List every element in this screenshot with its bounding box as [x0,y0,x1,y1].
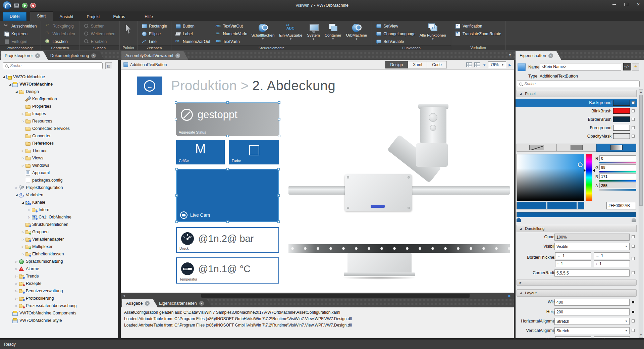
gradient-stops-preview[interactable] [517,202,584,209]
ein-ausgabe-dropdown[interactable]: Ein-/Ausgabe▼ [277,22,305,45]
view-design-button[interactable]: Design [385,61,408,68]
tab-dokumentgliederung[interactable]: Dokumentgliederung✕ [46,51,104,60]
tree-item-gruppen[interactable]: ▷Gruppen [0,228,118,236]
tree-item-converter[interactable]: Converter [0,132,118,140]
tree-item-vw7orbmachine[interactable]: ◢VW7OrbMachine [0,81,118,88]
textvarin-control[interactable]: TextVarIn [214,38,249,45]
tree-expanded-arrow-icon[interactable]: ◢ [8,83,12,86]
bt-top-field[interactable]: ↑1 [555,260,591,267]
copy-button[interactable]: Kopieren [2,30,38,38]
find-button[interactable]: Suchen [82,22,117,30]
tree-item-resources[interactable]: ▷Resources [0,117,118,125]
tree-item-benutzerverwaltung[interactable]: ▷Benutzerverwaltung [0,287,118,295]
close-icon[interactable]: ✕ [35,53,40,58]
view-code-button[interactable]: Code [427,61,447,68]
section-pinsel[interactable]: ◢ Pinsel [517,90,637,97]
tree-item-app-xaml[interactable]: App.xaml [0,169,118,177]
close-icon[interactable]: ✕ [91,53,96,58]
undo-button[interactable]: Rückgängig [43,22,76,30]
output-panel[interactable]: AssetConfiguration geladen aus: C:\Data\… [121,307,514,338]
background-checkbox[interactable] [632,101,635,104]
tree-item-vw7orbmachine-components[interactable]: VW7OrbMachine.Components [0,309,118,317]
tree-item-vw7orbmachine[interactable]: ◢VW7OrbMachine [0,73,118,81]
tree-collapsed-arrow-icon[interactable]: ▷ [20,253,25,256]
tree-collapsed-arrow-icon[interactable]: ▷ [14,275,19,278]
width-field[interactable]: 400 [554,299,630,306]
tree-expanded-arrow-icon[interactable]: ◢ [14,90,19,93]
tree-collapsed-arrow-icon[interactable]: ▷ [20,112,25,115]
changelanguage-button[interactable]: ChangeLanguage [374,30,417,38]
numericvarin-control[interactable]: NumericVarIn [214,30,249,38]
hex-color-input[interactable] [606,202,636,209]
height-field[interactable]: 200 [554,308,630,315]
g-input[interactable] [599,164,636,170]
fit-arrow-icon[interactable]: ➜ [482,62,486,67]
tree-item-variablen[interactable]: ◢Variablen [0,191,118,199]
solid-brush-segment[interactable] [556,144,596,152]
back-button-tile[interactable]: ← [137,77,162,95]
opacitymask-swatch[interactable] [613,133,630,139]
tab-eigenschaftenseiten[interactable]: Eigenschaftenseiten✕ [155,299,212,307]
verification-button[interactable]: Verification [453,22,503,30]
blinkbrush-checkbox[interactable] [632,109,635,112]
tree-item-kanäle[interactable]: ◢Kanäle [0,199,118,206]
borderthickness-checkbox[interactable] [632,257,635,260]
close-icon[interactable]: ✕ [175,53,180,58]
minimize-button[interactable] [610,1,618,7]
tree-item-protokollierung[interactable]: ▷Protokollierung [0,295,118,302]
tab-ausgabe[interactable]: Ausgabe✕ [122,299,158,307]
more-properties-expander[interactable]: ▶ [517,280,637,286]
tree-item-themes[interactable]: ▷Themes [0,147,118,154]
snaplines-toggle-icon[interactable] [474,62,480,67]
tree-item-vw7orbmachine-style[interactable]: VW7OrbMachine.Style [0,317,118,324]
halign-checkbox[interactable] [632,319,635,322]
hue-slider[interactable] [586,154,592,201]
gradient-bar[interactable] [517,212,636,217]
tree-item-einheitenklassen[interactable]: ▷Einheitenklassen [0,250,118,258]
halign-select[interactable]: Stretch▼ [554,318,630,325]
tree-collapsed-arrow-icon[interactable]: ▷ [20,164,25,167]
tree-collapsed-arrow-icon[interactable]: ▷ [27,216,32,219]
gradient-stop-handle-left[interactable] [517,217,521,222]
tree-collapsed-arrow-icon[interactable]: ▷ [20,120,25,123]
tree-item-strukturdefinitionen[interactable]: Strukturdefinitionen [0,221,118,228]
maximize-button[interactable] [623,1,630,7]
background-brush-row[interactable]: Background [516,99,637,107]
tree-collapsed-arrow-icon[interactable]: ▷ [14,290,19,293]
grid-toggle-icon[interactable] [466,62,472,67]
menu-hilfe[interactable]: Hilfe [138,13,160,21]
scroll-left-icon[interactable]: ◀ [121,294,127,297]
tab-eigenschaften[interactable]: Eigenschaften✕ [516,51,561,60]
livecam-tile[interactable]: Live Cam [176,169,279,222]
tree-collapsed-arrow-icon[interactable]: ▷ [14,297,19,300]
tree-item-multiplexer[interactable]: ▷Multiplexer [0,243,118,250]
left-splitter[interactable] [118,60,121,338]
tree-expanded-arrow-icon[interactable]: ◢ [20,201,25,204]
borderbrush-checkbox[interactable] [632,118,635,121]
close-icon[interactable]: ✕ [145,301,150,306]
scroll-up-icon[interactable]: ▲ [639,90,643,93]
tree-collapsed-arrow-icon[interactable]: ▷ [20,149,25,152]
blinkbrush-swatch[interactable] [613,108,630,114]
tree-expanded-arrow-icon[interactable]: ◢ [14,193,19,197]
saturation-value-picker[interactable] [517,154,584,201]
redo-button[interactable]: Wiederholen [43,30,76,38]
tree-item-konfiguration[interactable]: Konfiguration [0,95,118,103]
opacity-checkbox[interactable] [632,235,635,238]
schaltflaechen-dropdown[interactable]: Schaltflächen▼ [249,22,277,45]
menu-ansicht[interactable]: Ansicht [53,13,80,21]
valign-checkbox[interactable] [632,329,635,332]
alle-funktionen-dropdown[interactable]: Alle Funktionen▼ [417,22,448,45]
section-darstellung[interactable]: ◢ Darstellung [517,225,637,232]
find-next-button[interactable]: Weitersuchen [82,30,117,38]
temperature-tile[interactable]: @1n.1@ °C Temperatur [176,257,279,284]
valign-select[interactable]: Stretch▼ [554,327,630,334]
tree-item-images[interactable]: ▷Images [0,110,118,117]
close-icon[interactable]: ✕ [199,301,204,306]
tree-item-references[interactable]: References [0,140,118,147]
bt-bottom-field[interactable]: ↓1 [594,260,630,267]
tab-projektexplorer[interactable]: Projektexplorer✕ [1,51,48,60]
menu-start[interactable]: Start [30,11,53,21]
ellipse-tool[interactable]: Ellipse [140,30,169,38]
label-control[interactable]: Label [174,30,212,38]
